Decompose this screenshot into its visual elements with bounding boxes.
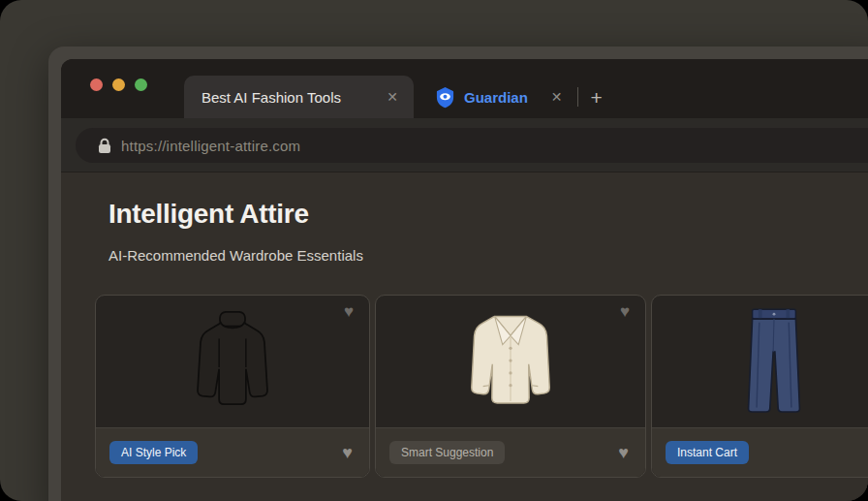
cream-blouse-illustration: [459, 308, 562, 415]
close-window-button[interactable]: [90, 78, 103, 91]
product-image-sweater: ♥: [96, 296, 369, 427]
badge-instant-cart[interactable]: Instant Cart: [666, 441, 749, 464]
product-card-row: ♥ AI Style Pick ♥: [95, 295, 868, 478]
tab-bar: Best AI Fashion Tools ✕ Guardian ✕ +: [61, 59, 868, 118]
card-footer: AI Style Pick ♥: [96, 427, 369, 477]
close-tab-icon[interactable]: ✕: [387, 89, 398, 105]
favorite-heart-icon[interactable]: ♥: [620, 302, 630, 322]
product-image-blouse: ♥: [376, 296, 645, 427]
browser-chrome: Best AI Fashion Tools ✕ Guardian ✕ +: [61, 59, 868, 501]
badge-smart-suggestion[interactable]: Smart Suggestion: [389, 441, 505, 464]
tab-divider: [577, 87, 578, 107]
card-footer: Instant Cart: [652, 427, 868, 477]
product-image-trousers: [652, 296, 868, 427]
navy-trousers-illustration: [732, 304, 816, 419]
product-card-blouse[interactable]: ♥: [375, 295, 646, 478]
tab-guardian[interactable]: Guardian ✕ +: [435, 76, 603, 118]
tab-title: Best AI Fashion Tools: [202, 89, 377, 106]
zoom-window-button[interactable]: [135, 78, 147, 91]
tab-title: Guardian: [464, 89, 528, 106]
toolbar: https://intelligent-attire.com: [61, 118, 868, 172]
badge-ai-style-pick[interactable]: AI Style Pick: [109, 441, 198, 464]
close-tab-icon[interactable]: ✕: [551, 89, 563, 105]
browser-window: Best AI Fashion Tools ✕ Guardian ✕ +: [48, 47, 868, 501]
new-tab-button[interactable]: +: [591, 87, 603, 108]
product-card-trousers[interactable]: Instant Cart: [651, 295, 868, 478]
card-footer: Smart Suggestion ♥: [376, 427, 645, 477]
lock-icon: [98, 138, 111, 154]
like-heart-icon[interactable]: ♥: [618, 443, 629, 463]
tab-best-ai-fashion-tools[interactable]: Best AI Fashion Tools ✕: [184, 76, 414, 118]
desktop-background: Best AI Fashion Tools ✕ Guardian ✕ +: [0, 0, 868, 501]
webpage-content: Intelligent Attire AI-Recommended Wardro…: [61, 172, 868, 501]
window-controls: [90, 78, 147, 91]
guardian-shield-eye-icon: [435, 86, 455, 109]
address-bar[interactable]: https://intelligent-attire.com: [76, 128, 868, 163]
favorite-heart-icon[interactable]: ♥: [344, 302, 354, 322]
turtleneck-sweater-illustration: [182, 307, 283, 416]
page-title: Intelligent Attire: [108, 199, 309, 230]
minimize-window-button[interactable]: [112, 78, 125, 91]
product-card-sweater[interactable]: ♥ AI Style Pick ♥: [95, 295, 370, 478]
page-subtitle: AI-Recommended Wardrobe Essentials: [108, 247, 363, 264]
url-text: https://intelligent-attire.com: [121, 138, 300, 154]
like-heart-icon[interactable]: ♥: [342, 443, 353, 463]
